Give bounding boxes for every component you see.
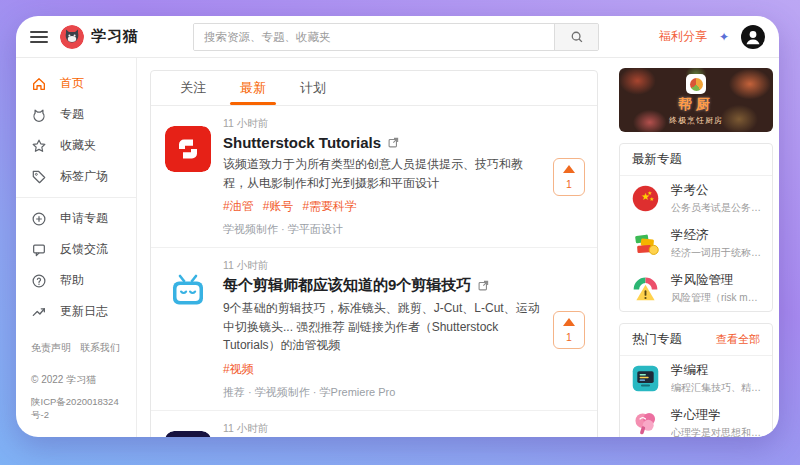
sidebar-item-topics[interactable]: 专题	[16, 99, 136, 130]
upvote-count: 1	[554, 178, 584, 190]
promo-banner[interactable]: 帮厨 终极烹饪厨房	[619, 68, 773, 132]
promo-title: 帮厨	[678, 96, 714, 114]
topic-item-risk[interactable]: 学风险管理 风险管理（risk manage…	[620, 266, 772, 311]
cat-logo-icon	[60, 25, 84, 49]
feed-item-content: 11 小时前 Premiere Pro - 12分钟入门教程 12分钟的pr入门…	[223, 422, 541, 437]
changelog-icon	[31, 304, 47, 320]
disclaimer-link[interactable]: 免责声明	[31, 341, 71, 355]
sidebar-item-home[interactable]: 首页	[16, 68, 136, 99]
civil-exam-icon: ★★★	[630, 183, 661, 214]
app-body: 首页 专题 收藏夹 标签广场 申请专题	[16, 58, 779, 437]
sidebar-label: 反馈交流	[60, 241, 108, 258]
tag[interactable]: #账号	[263, 198, 294, 215]
app-logo[interactable]: 学习猫	[60, 25, 139, 49]
coding-icon	[630, 363, 661, 394]
share-link[interactable]: 福利分享	[659, 28, 707, 45]
sidebar-label: 申请专题	[60, 210, 108, 227]
topic-title: 学编程	[671, 362, 762, 379]
sidebar-label: 帮助	[60, 272, 84, 289]
app-window: 学习猫 福利分享 ✦ 首页	[16, 16, 779, 437]
tag-icon	[31, 169, 47, 185]
sidebar-item-changelog[interactable]: 更新日志	[16, 296, 136, 327]
tab-latest[interactable]: 最新	[223, 71, 283, 105]
topic-title: 学考公	[671, 182, 762, 199]
external-link-icon	[478, 280, 489, 291]
upvote-button[interactable]: 1	[553, 311, 585, 349]
topic-title: 学经济	[671, 227, 762, 244]
copyright: © 2022 学习猫	[16, 373, 136, 387]
latest-topics-card: 最新专题 ★★★ 学考公 公务员考试是公务员主… 学经济 经济一词用于统	[619, 143, 773, 312]
menu-icon[interactable]	[30, 31, 48, 43]
home-icon	[31, 76, 47, 92]
shutterstock-icon[interactable]	[165, 126, 211, 172]
upvote-button[interactable]: 1	[553, 158, 585, 196]
promo-subtitle: 终极烹饪厨房	[669, 115, 723, 126]
feed-tabs: 关注 最新 计划	[151, 71, 597, 106]
sidebar-item-apply-topic[interactable]: 申请专题	[16, 203, 136, 234]
sidebar-label: 首页	[60, 75, 84, 92]
feed-item-time: 11 小时前	[223, 117, 541, 131]
promo-banner-content: 帮厨 终极烹饪厨房	[619, 68, 773, 132]
sidebar-item-feedback[interactable]: 反馈交流	[16, 234, 136, 265]
sidebar-label: 标签广场	[60, 168, 108, 185]
app-title: 学习猫	[91, 27, 139, 46]
cooking-icon	[686, 74, 706, 94]
sparkle-icon: ✦	[719, 30, 729, 44]
search-input[interactable]	[194, 24, 554, 50]
view-all-link[interactable]: 查看全部	[716, 332, 760, 347]
bilibili-icon[interactable]	[165, 268, 211, 314]
sidebar-item-help[interactable]: 帮助	[16, 265, 136, 296]
topic-item-psychology[interactable]: 学心理学 心理学是对思想和行为…	[620, 401, 772, 437]
topic-item-civil-exam[interactable]: ★★★ 学考公 公务员考试是公务员主…	[620, 176, 772, 221]
cat-icon	[31, 107, 47, 123]
tag[interactable]: #视频	[223, 361, 254, 378]
feed-item-description: 该频道致力于为所有类型的创意人员提供提示、技巧和教程，从电影制作和灯光到摄影和平…	[223, 155, 541, 192]
feed-item-time: 11 小时前	[223, 422, 541, 436]
search-icon	[570, 30, 584, 44]
plus-circle-icon	[31, 211, 47, 227]
feed-item-tags: #油管 #账号 #需要科学	[223, 198, 541, 215]
feed-item-time: 11 小时前	[223, 259, 541, 273]
section-title: 热门专题	[632, 331, 682, 348]
latest-topics-header: 最新专题	[620, 144, 772, 176]
topic-title: 学风险管理	[671, 272, 762, 289]
tab-follow[interactable]: 关注	[163, 71, 223, 105]
feed-item-title[interactable]: 每个剪辑师都应该知道的9个剪辑技巧	[223, 276, 541, 295]
sidebar-item-tags[interactable]: 标签广场	[16, 161, 136, 192]
feed-item-content: 11 小时前 Shutterstock Tutorials 该频道致力于为所有类…	[223, 117, 541, 237]
help-icon	[31, 273, 47, 289]
topic-item-economy[interactable]: 学经济 经济一词用于统称一定…	[620, 221, 772, 266]
feed-item-topics[interactable]: 推荐 · 学视频制作 · 学Premiere Pro	[223, 385, 541, 400]
hot-topics-card: 热门专题 查看全部 学编程 编程汇集技巧、精确、… 学心理学	[619, 323, 773, 437]
tag[interactable]: #需要科学	[302, 198, 357, 215]
topic-subtitle: 风险管理（risk manage…	[671, 291, 762, 305]
feed-item-content: 11 小时前 每个剪辑师都应该知道的9个剪辑技巧 9个基础的剪辑技巧，标准镜头、…	[223, 259, 541, 400]
premiere-pro-icon[interactable]: Pr	[165, 431, 211, 437]
feed-item-title[interactable]: Shutterstock Tutorials	[223, 134, 541, 151]
topic-item-coding[interactable]: 学编程 编程汇集技巧、精确、…	[620, 356, 772, 401]
economy-icon	[630, 228, 661, 259]
section-title: 最新专题	[632, 151, 682, 168]
main-content: 关注 最新 计划 11 小时前 Shutterstock Tutorials	[137, 58, 609, 437]
sidebar-label: 专题	[60, 106, 84, 123]
contact-link[interactable]: 联系我们	[80, 341, 120, 355]
sidebar-footer-links: 免责声明 联系我们	[16, 341, 136, 355]
search-button[interactable]	[554, 24, 598, 50]
header-actions: 福利分享 ✦	[659, 25, 765, 49]
feed-card: 关注 最新 计划 11 小时前 Shutterstock Tutorials	[150, 70, 598, 437]
tag[interactable]: #油管	[223, 198, 254, 215]
topic-subtitle: 心理学是对思想和行为…	[671, 426, 762, 437]
svg-text:★: ★	[647, 190, 652, 196]
feed-item: Pr 11 小时前 Premiere Pro - 12分钟入门教程 12分钟的p…	[151, 411, 597, 437]
upvote-arrow-icon	[563, 318, 575, 326]
tab-plan[interactable]: 计划	[283, 71, 343, 105]
sidebar-item-favorites[interactable]: 收藏夹	[16, 130, 136, 161]
feed-item-topics[interactable]: 学视频制作 · 学平面设计	[223, 222, 541, 237]
avatar[interactable]	[741, 25, 765, 49]
search-bar	[193, 23, 599, 51]
page-background: 学习猫 福利分享 ✦ 首页	[0, 0, 800, 465]
topic-subtitle: 编程汇集技巧、精确、…	[671, 381, 762, 395]
feed-item: 11 小时前 Shutterstock Tutorials 该频道致力于为所有类…	[151, 106, 597, 248]
right-rail: 帮厨 终极烹饪厨房 最新专题 ★★★ 学考公 公务员考试是公务员主…	[609, 58, 779, 437]
sidebar: 首页 专题 收藏夹 标签广场 申请专题	[16, 58, 137, 437]
